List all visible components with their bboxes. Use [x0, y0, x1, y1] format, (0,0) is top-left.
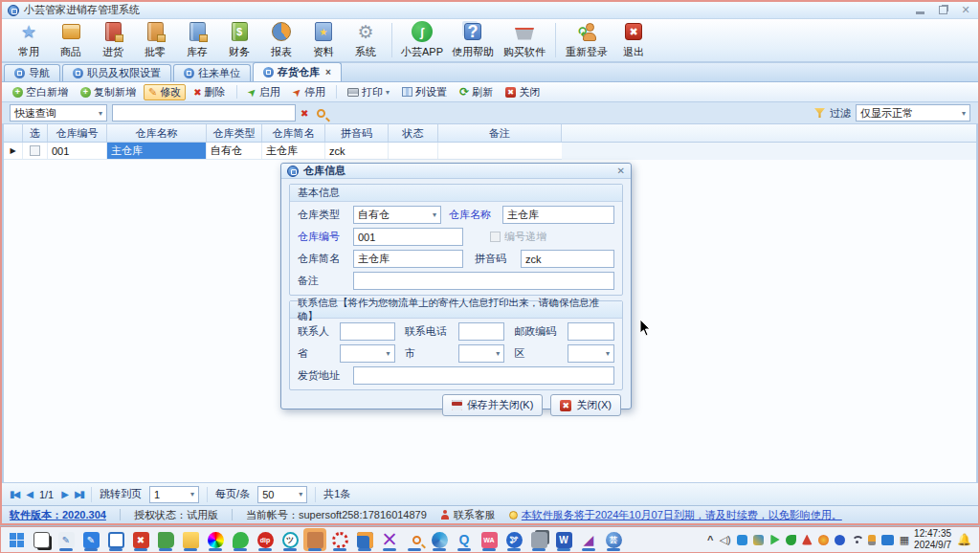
table-row[interactable]: ▶ 001 主仓库 自有仓 主仓库 zck [4, 143, 562, 160]
print-button[interactable]: 打印 ▾ [343, 84, 394, 100]
toolbar-data[interactable]: ★ 资料 [302, 20, 345, 60]
support-link[interactable]: 联系客服 [440, 508, 496, 522]
clear-search-icon[interactable]: ✖ [301, 108, 308, 119]
first-page-button[interactable]: ▮◀ [10, 489, 18, 499]
per-page-select[interactable]: 50 ▾ [257, 486, 307, 503]
expiry-notice[interactable]: 本软件服务将于2024年10月07日到期，请及时续费，以免影响使用。 [509, 508, 842, 522]
toolbar-help[interactable]: ? 使用帮助 [447, 20, 499, 60]
province-select[interactable]: ▾ [340, 344, 395, 363]
district-select[interactable]: ▾ [568, 344, 614, 363]
taskbar-search-orange[interactable] [403, 528, 426, 551]
taskbar-qq-chat[interactable]: Q [453, 528, 476, 551]
orange-badge-tray-icon[interactable] [818, 535, 829, 545]
minimize-button[interactable] [913, 5, 926, 16]
taskbar-panda-app[interactable]: ツ [278, 528, 301, 551]
modify-button[interactable]: ✎ 修改 [144, 84, 186, 100]
header-code[interactable]: 仓库编号 [48, 124, 107, 142]
hidden-icons-chevron[interactable]: ^ [707, 534, 713, 545]
taskbar-file-explorer[interactable] [179, 528, 202, 551]
next-page-button[interactable]: ▶ [61, 489, 67, 499]
header-remark[interactable]: 备注 [438, 124, 562, 142]
toolbar-inventory[interactable]: 库存 [176, 20, 218, 60]
header-name[interactable]: 仓库名称 [107, 124, 207, 142]
taskbar-red-ring-app[interactable] [328, 528, 351, 551]
taskbar-word[interactable]: W [552, 528, 575, 551]
tab-navigation[interactable]: 导航 [4, 64, 60, 81]
header-pinyin[interactable]: 拼音码 [325, 124, 389, 142]
tab-warehouse[interactable]: 存货仓库 × [253, 62, 342, 81]
taskbar-green-book-app[interactable] [154, 528, 177, 551]
taskbar-stacked-windows[interactable] [527, 528, 550, 551]
volume-icon[interactable]: ◁) [720, 534, 731, 546]
pinyin-input[interactable] [521, 250, 614, 268]
start-button[interactable] [5, 528, 28, 551]
enable-button[interactable]: ➤ 启用 [243, 84, 285, 100]
blank-new-button[interactable]: + 空白新增 [8, 84, 73, 100]
task-view-button[interactable] [30, 528, 53, 551]
last-page-button[interactable]: ▶▮ [75, 489, 83, 499]
taskbar-color-wheel-app[interactable] [204, 528, 227, 551]
taskbar-clock[interactable]: 12:47:35 2024/9/7 [914, 528, 951, 551]
taskbar-notes-app[interactable]: ✎ [79, 528, 102, 551]
taskbar-remote-app[interactable] [353, 528, 376, 551]
usb-icon[interactable] [868, 535, 876, 545]
taskbar-window-app[interactable] [104, 528, 127, 551]
cell-short-name[interactable]: 主仓库 [262, 143, 325, 159]
taskbar-red-x-app[interactable]: ✖ [129, 528, 152, 551]
dialog-close-icon[interactable]: ✕ [617, 166, 625, 176]
tab-close-icon[interactable]: × [325, 67, 331, 77]
toolbar-purchase[interactable]: 进货 [92, 20, 134, 60]
short-name-input[interactable] [353, 250, 463, 268]
remark-input[interactable] [353, 272, 614, 290]
taskbar-yun-app[interactable]: 芸 [602, 528, 625, 551]
taskbar-blue-bird-app[interactable]: 🕊 [502, 528, 525, 551]
toolbar-system[interactable]: ⚙ 系统 [345, 20, 387, 60]
dialog-close-button[interactable]: ✖ 关闭(X) [550, 394, 621, 416]
green-play-tray-icon[interactable] [769, 535, 780, 545]
save-close-button[interactable]: 保存并关闭(K) [442, 394, 544, 416]
taskbar-purple-swoosh[interactable]: ◢ [577, 528, 600, 551]
version-link[interactable]: 软件版本：2020.304 [10, 508, 106, 522]
taskbar-browser-swirl[interactable] [428, 528, 451, 551]
row-checkbox-cell[interactable] [23, 143, 48, 159]
taskbar-green-chat-app[interactable] [229, 528, 252, 551]
copy-new-button[interactable]: + 复制新增 [76, 84, 141, 100]
header-type[interactable]: 仓库类型 [207, 124, 262, 142]
toolbar-goods[interactable]: 商品 [50, 20, 92, 60]
header-select[interactable]: 选 [23, 124, 48, 142]
phone-input[interactable] [458, 322, 505, 341]
delete-button[interactable]: ✖ 删除 [189, 84, 230, 100]
contact-input[interactable] [340, 322, 395, 341]
notification-bell-icon[interactable]: 🔔 [957, 533, 971, 546]
toolbar-report[interactable]: 报表 [260, 20, 302, 60]
column-settings-button[interactable]: 列设置 [397, 84, 452, 100]
address-input[interactable] [353, 366, 614, 385]
cell-code[interactable]: 001 [48, 143, 107, 159]
prev-page-button[interactable]: ◀ [26, 489, 32, 499]
toolbar-exit[interactable]: ✖ 退出 [612, 20, 655, 60]
toolbar-buy[interactable]: 购买软件 [499, 20, 550, 60]
close-tab-button[interactable]: ✖ 关闭 [501, 84, 545, 100]
close-window-button[interactable]: ✕ [959, 5, 972, 16]
toolbar-finance[interactable]: $ 财务 [218, 20, 260, 60]
toolbar-app[interactable]: ʃ 小芸APP [397, 20, 447, 60]
display-tray-icon[interactable] [881, 535, 894, 545]
restore-button[interactable] [936, 5, 949, 16]
cell-name-selected[interactable]: 主仓库 [107, 143, 207, 159]
header-short-name[interactable]: 仓库简名 [262, 124, 325, 142]
taskbar-visual-studio[interactable]: ⨉ [378, 528, 401, 551]
disable-button[interactable]: ➤ 停用 [288, 84, 330, 100]
toolbar-wholesale[interactable]: 批零 [134, 20, 176, 60]
refresh-button[interactable]: ⟳ 刷新 [455, 84, 498, 100]
checkbox[interactable] [30, 145, 40, 156]
tab-staff-permissions[interactable]: 职员及权限设置 [62, 64, 171, 81]
search-icon[interactable] [317, 109, 325, 118]
warehouse-name-input[interactable] [502, 206, 614, 224]
cell-type[interactable]: 自有仓 [207, 143, 262, 159]
green-dot-tray-icon[interactable] [786, 535, 796, 545]
wifi-icon[interactable] [851, 535, 862, 544]
warehouse-type-select[interactable]: 自有仓 ▾ [353, 206, 441, 224]
goto-page-select[interactable]: 1 ▾ [149, 486, 199, 503]
header-status[interactable]: 状态 [389, 124, 438, 142]
city-select[interactable]: ▾ [458, 344, 505, 363]
